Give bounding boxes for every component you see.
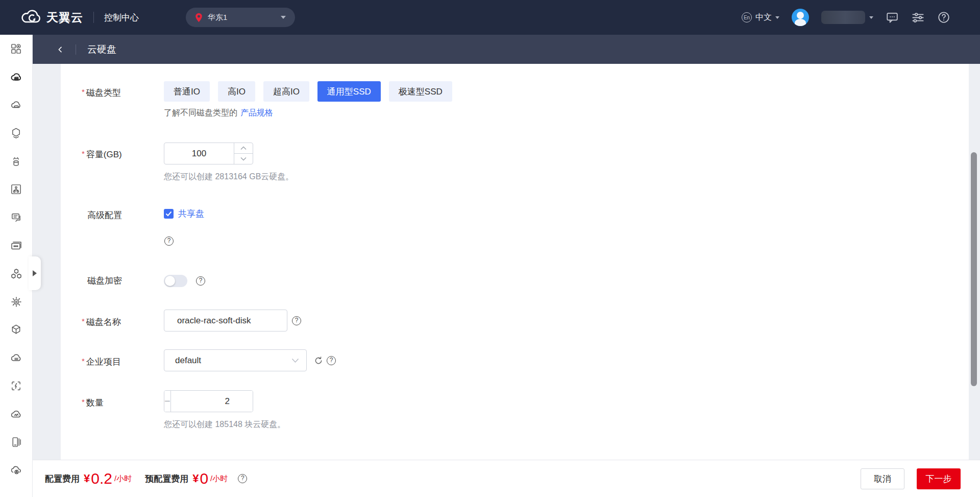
back-button[interactable]	[56, 45, 64, 54]
sidebar-item-ai-service[interactable]	[0, 288, 33, 316]
chevron-down-icon	[775, 16, 779, 19]
quantity-decrease-button[interactable]: −	[164, 391, 171, 412]
enterprise-project-label: *企业项目	[82, 355, 161, 368]
capacity-input[interactable]	[164, 143, 234, 164]
pre-fee-unit: /小时	[210, 474, 228, 484]
refresh-projects-button[interactable]	[313, 355, 324, 366]
top-navbar: 天翼云 控制中心 华东1 En 中文	[0, 0, 980, 35]
cancel-button[interactable]: 取消	[861, 468, 904, 489]
dashboard-grid-icon	[10, 43, 22, 55]
encryption-help-icon[interactable]: ?	[196, 276, 205, 286]
sidebar-item-cloud-security[interactable]	[0, 456, 33, 484]
disk-encryption-label: 磁盘加密	[82, 276, 161, 286]
next-step-button[interactable]: 下一步	[917, 468, 961, 489]
service-sidebar	[0, 35, 33, 497]
cube-icon	[10, 324, 22, 336]
required-asterisk: *	[82, 87, 85, 96]
comments-icon	[10, 211, 22, 223]
cloud-host-icon	[10, 352, 22, 364]
config-fee-currency: ¥	[84, 472, 90, 485]
sidebar-item-cloud-monitor[interactable]	[0, 400, 33, 428]
disk-type-option-general-ssd[interactable]: 通用型SSD	[317, 81, 381, 102]
required-asterisk: *	[82, 397, 85, 406]
expand-arrow-icon	[33, 270, 37, 276]
required-asterisk: *	[82, 317, 85, 325]
sidebar-item-resources[interactable]	[0, 316, 33, 344]
sidebar-item-messages[interactable]	[0, 203, 33, 231]
user-menu[interactable]	[821, 11, 873, 24]
mobile-device-icon	[10, 436, 22, 448]
sidebar-item-topology[interactable]	[0, 175, 33, 203]
quantity-quota-helper: 您还可以创建 185148 块云硬盘。	[164, 419, 285, 430]
region-selector[interactable]: 华东1	[186, 8, 295, 27]
sidebar-item-dashboard[interactable]	[0, 35, 33, 63]
sidebar-item-cloud-server[interactable]	[0, 63, 33, 91]
shared-disk-checkbox[interactable]	[164, 209, 174, 219]
quantity-input[interactable]	[171, 391, 253, 412]
quantity-label: *数量	[82, 396, 161, 409]
user-name-masked	[821, 11, 865, 24]
config-fee-value: 0.2	[91, 470, 112, 487]
cloud-logo-icon	[20, 10, 42, 25]
enterprise-project-help-icon[interactable]: ?	[327, 356, 336, 365]
required-asterisk: *	[82, 357, 85, 365]
pre-fee-value: 0	[200, 470, 208, 487]
disk-name-help-icon[interactable]: ?	[292, 316, 301, 325]
page-title: 云硬盘	[87, 43, 116, 56]
footer-actions: 取消 下一步	[861, 468, 961, 489]
purchase-footer-bar: 配置费用 ¥ 0.2 /小时 预配置费用 ¥ 0 /小时 ? 取消 下一步	[33, 460, 980, 497]
sidebar-item-database[interactable]	[0, 147, 33, 175]
enterprise-project-select[interactable]: default	[164, 349, 307, 371]
hint-prefix: 了解不同磁盘类型的	[164, 108, 237, 117]
chevron-up-icon	[240, 146, 247, 150]
hexagon-cluster-icon	[10, 268, 22, 280]
user-avatar[interactable]	[792, 9, 809, 26]
sidebar-item-storage[interactable]	[0, 119, 33, 147]
language-en-icon: En	[742, 12, 752, 22]
enterprise-project-value: default	[175, 356, 291, 366]
shared-disk-label[interactable]: 共享盘	[178, 208, 204, 220]
sidebar-item-edge-scan[interactable]	[0, 372, 33, 400]
config-fee-label: 配置费用	[45, 473, 80, 485]
help-icon[interactable]	[937, 11, 950, 24]
sidebar-item-cloud-disk[interactable]	[0, 91, 33, 119]
disk-encryption-toggle[interactable]	[164, 275, 187, 287]
capacity-quota-helper: 您还可以创建 2813164 GB云硬盘。	[164, 172, 293, 182]
scrollbar-thumb[interactable]	[971, 152, 977, 386]
product-spec-link[interactable]: 产品规格	[240, 108, 273, 117]
disk-type-option-extreme-ssd[interactable]: 极速型SSD	[389, 81, 452, 102]
config-fee-unit: /小时	[114, 474, 132, 484]
disk-type-option-common-io[interactable]: 普通IO	[164, 81, 210, 102]
disk-name-input[interactable]	[164, 310, 287, 332]
disk-type-label: *磁盘类型	[82, 86, 161, 99]
sidebar-expand-handle[interactable]	[29, 256, 41, 290]
console-center-link[interactable]: 控制中心	[104, 12, 139, 23]
chevron-down-icon	[869, 16, 873, 19]
sidebar-item-mobile[interactable]	[0, 428, 33, 456]
capacity-spinner	[164, 143, 253, 164]
capacity-decrease-button[interactable]	[234, 154, 253, 164]
brand-logo[interactable]: 天翼云	[20, 10, 83, 26]
language-switcher[interactable]: En 中文	[742, 12, 779, 23]
disk-type-option-high-io[interactable]: 高IO	[218, 81, 255, 102]
topology-icon	[10, 183, 22, 195]
feedback-message-icon[interactable]	[886, 11, 899, 24]
ai-service-icon	[10, 296, 22, 308]
toggle-knob	[165, 276, 175, 286]
cloud-disk-icon	[10, 99, 22, 111]
pre-fee-currency: ¥	[192, 472, 199, 485]
sidebar-item-cluster[interactable]	[0, 259, 33, 288]
fee-help-icon[interactable]: ?	[238, 474, 247, 483]
shared-disk-help-icon[interactable]: ?	[164, 236, 174, 246]
disk-type-hint: 了解不同磁盘类型的产品规格	[164, 108, 273, 119]
cloud-server-icon	[10, 71, 22, 83]
chevron-down-icon	[240, 157, 247, 161]
required-asterisk: *	[82, 149, 85, 158]
sidebar-item-billing-card[interactable]	[0, 231, 33, 259]
sidebar-item-cloud-host[interactable]	[0, 344, 33, 372]
preferences-sliders-icon[interactable]	[911, 11, 925, 25]
disk-type-option-ultra-high-io[interactable]: 超高IO	[263, 81, 309, 102]
capacity-label: *容量(GB)	[82, 148, 161, 161]
capacity-increase-button[interactable]	[234, 143, 253, 154]
header-divider	[76, 44, 76, 55]
